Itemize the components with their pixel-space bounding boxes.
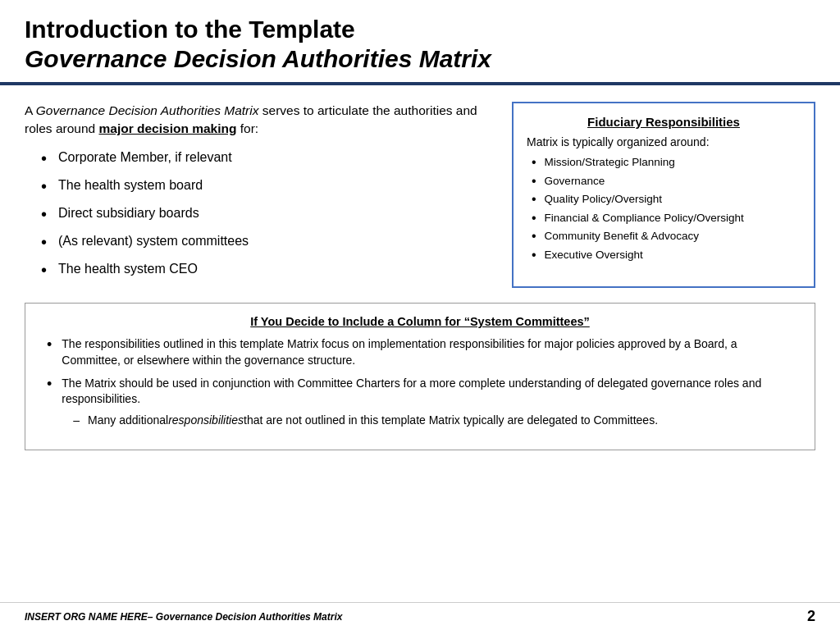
intro-bold: major decision making (98, 121, 236, 135)
top-section: A Governance Decision Authorities Matrix… (25, 102, 815, 288)
list-item: The responsibilities outlined in this te… (42, 336, 798, 368)
list-item: Quality Policy/Oversight (527, 192, 801, 207)
bottom-box-title: If You Decide to Include a Column for “S… (42, 315, 798, 328)
sub-italic: responsibilities (168, 413, 244, 429)
left-bullet-list: Corporate Member, if relevant The health… (25, 148, 495, 280)
bullet-text: The responsibilities outlined in this te… (62, 336, 798, 368)
intro-text: A Governance Decision Authorities Matrix… (25, 102, 495, 137)
sub-list-item: Many additional responsibilities that ar… (62, 413, 798, 429)
bullet-text: The Matrix should be used in conjunction… (62, 377, 761, 406)
header-title-main: Introduction to the Template (25, 15, 815, 44)
sub-list: Many additional responsibilities that ar… (62, 413, 798, 429)
content: A Governance Decision Authorities Matrix… (0, 85, 840, 602)
bottom-bullet-list: The responsibilities outlined in this te… (42, 336, 798, 431)
intro-italic: Governance Decision Authorities Matrix (36, 103, 259, 117)
list-item: Executive Oversight (527, 248, 801, 262)
right-box-list: Mission/Strategic Planning Governance Qu… (527, 155, 801, 262)
bullet-content: The Matrix should be used in conjunction… (62, 376, 798, 432)
right-box-subtitle: Matrix is typically organized around: (527, 135, 801, 148)
bottom-box: If You Decide to Include a Column for “S… (25, 303, 815, 450)
header: Introduction to the Template Governance … (0, 0, 840, 82)
page: Introduction to the Template Governance … (0, 0, 840, 630)
right-box-title: Fiduciary Responsibilities (527, 115, 801, 129)
list-item: Community Benefit & Advocacy (527, 229, 801, 244)
list-item: The health system CEO (25, 260, 495, 280)
footer-page-number: 2 (807, 608, 815, 625)
fiduciary-responsibilities-box: Fiduciary Responsibilities Matrix is typ… (512, 102, 815, 288)
header-title-sub: Governance Decision Authorities Matrix (25, 44, 815, 74)
list-item: Governance (527, 174, 801, 189)
footer: INSERT ORG NAME HERE– Governance Decisio… (0, 602, 840, 630)
list-item: (As relevant) system committees (25, 232, 495, 252)
list-item: Direct subsidiary boards (25, 204, 495, 224)
list-item: Financial & Compliance Policy/Oversight (527, 211, 801, 226)
list-item: Mission/Strategic Planning (527, 155, 801, 170)
left-content: A Governance Decision Authorities Matrix… (25, 102, 495, 288)
list-item: The Matrix should be used in conjunction… (42, 376, 798, 432)
footer-left-text: INSERT ORG NAME HERE– Governance Decisio… (25, 611, 342, 623)
list-item: The health system board (25, 176, 495, 196)
list-item: Corporate Member, if relevant (25, 148, 495, 168)
